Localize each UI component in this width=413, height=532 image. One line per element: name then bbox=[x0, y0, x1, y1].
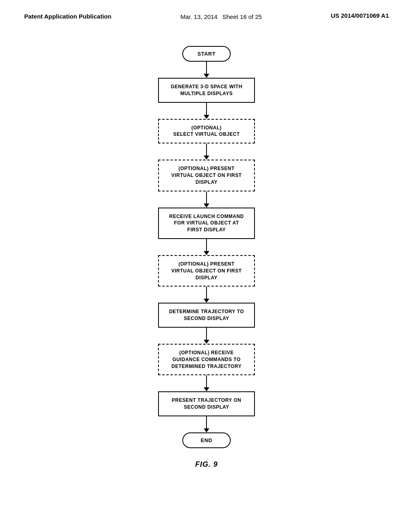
optional-receive-node: (OPTIONAL) RECEIVEGUIDANCE COMMANDS TODE… bbox=[158, 344, 255, 375]
arrow-2 bbox=[204, 103, 209, 119]
arrow-5 bbox=[204, 239, 209, 255]
diagram-container: START GENERATE 3-D SPACE WITHMULTIPLE DI… bbox=[0, 30, 413, 481]
arrow-1 bbox=[204, 62, 209, 78]
start-node: START bbox=[182, 46, 231, 62]
end-node: END bbox=[182, 432, 231, 448]
optional-present2-node: (OPTIONAL) PRESENTVIRTUAL OBJECT ON FIRS… bbox=[158, 255, 255, 287]
arrow-9 bbox=[204, 416, 209, 432]
arrow-3 bbox=[204, 143, 209, 160]
flowchart: START GENERATE 3-D SPACE WITHMULTIPLE DI… bbox=[158, 46, 255, 448]
present-trajectory-node: PRESENT TRAJECTORY ONSECOND DISPLAY bbox=[158, 391, 255, 416]
arrow-7 bbox=[204, 328, 209, 344]
arrow-6 bbox=[204, 287, 209, 303]
arrow-8 bbox=[204, 375, 209, 391]
header-patent-number: US 2014/0071069 A1 bbox=[331, 12, 389, 19]
determine-trajectory-node: DETERMINE TRAJECTORY TOSECOND DISPLAY bbox=[158, 303, 255, 328]
optional-present1-node: (OPTIONAL) PRESENTVIRTUAL OBJECT ON FIRS… bbox=[158, 160, 255, 191]
arrow-4 bbox=[204, 191, 209, 208]
header-publication-label: Patent Application Publication bbox=[24, 12, 111, 21]
header-date-sheet: Mar. 13, 2014 Sheet 16 of 25 bbox=[180, 12, 262, 22]
generate-node: GENERATE 3-D SPACE WITHMULTIPLE DISPLAYS bbox=[158, 78, 255, 103]
figure-label: FIG. 9 bbox=[195, 460, 218, 469]
page-header: Patent Application Publication Mar. 13, … bbox=[0, 0, 413, 30]
receive-launch-node: RECEIVE LAUNCH COMMANDFOR VIRTUAL OBJECT… bbox=[158, 208, 255, 239]
optional-select-node: (OPTIONAL)SELECT VIRTUAL OBJECT bbox=[158, 119, 255, 144]
